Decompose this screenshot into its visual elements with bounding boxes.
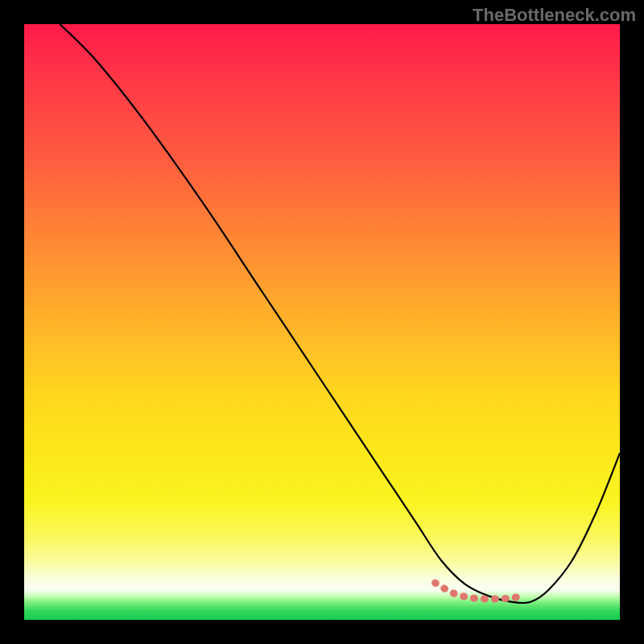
watermark-text: TheBottleneck.com [473,5,636,26]
bottleneck-curve [60,24,620,603]
chart-svg [24,24,620,620]
optimal-zone-highlight [436,583,525,599]
chart-plot-area [24,24,620,620]
